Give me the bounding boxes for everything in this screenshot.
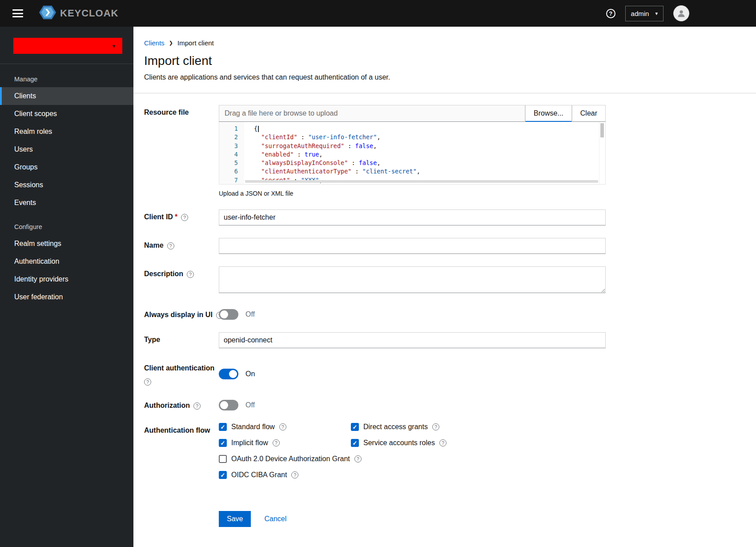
- checkbox-checked-icon[interactable]: ✓: [351, 439, 359, 447]
- toggle-knob: [220, 310, 228, 318]
- checkbox-unchecked-icon[interactable]: [219, 455, 227, 463]
- code-editor-gutter: 1234567: [219, 122, 244, 184]
- help-icon[interactable]: ?: [193, 402, 201, 410]
- vertical-scrollbar[interactable]: [599, 122, 605, 184]
- client-authentication-row: Client authentication ? On: [144, 361, 745, 386]
- person-icon: [676, 8, 686, 18]
- client-authentication-toggle[interactable]: [219, 369, 238, 379]
- realm-selector[interactable]: ▾: [13, 38, 122, 54]
- checkbox-checked-icon[interactable]: ✓: [351, 423, 359, 431]
- code-line: "alwaysDisplayInConsole" : false,: [254, 159, 605, 167]
- code-editor[interactable]: 1234567 { "clientId" : "user-info-fetche…: [219, 122, 606, 185]
- topbar-right: ? admin ▾: [606, 5, 689, 21]
- checkbox-label: Direct access grants: [363, 423, 428, 431]
- sidebar-item-realm-roles[interactable]: Realm roles: [0, 123, 133, 141]
- type-row: Type: [144, 332, 745, 348]
- avatar[interactable]: [673, 5, 689, 21]
- browse-button[interactable]: Browse...: [525, 105, 572, 122]
- checkbox-checked-icon[interactable]: ✓: [219, 423, 227, 431]
- cancel-button[interactable]: Cancel: [264, 515, 286, 523]
- checkbox-implicit-flow[interactable]: ✓Implicit flow?: [219, 439, 351, 447]
- brand-text: KEYCLOAK: [60, 8, 118, 19]
- vertical-scrollbar-thumb[interactable]: [600, 123, 604, 137]
- authorization-row: Authorization? Off: [144, 398, 745, 410]
- help-icon[interactable]: ?: [273, 439, 280, 446]
- checkbox-checked-icon[interactable]: ✓: [219, 471, 227, 479]
- toggle-knob: [229, 370, 237, 378]
- checkbox-label: OAuth 2.0 Device Authorization Grant: [231, 455, 350, 463]
- main-content: Clients ❯ Import client Import client Cl…: [133, 27, 756, 547]
- file-upload-input[interactable]: [219, 105, 525, 122]
- name-input[interactable]: [219, 238, 606, 254]
- line-number: 2: [219, 133, 244, 141]
- always-display-state: Off: [245, 310, 255, 318]
- checkbox-label: Service accounts roles: [363, 439, 435, 447]
- client-id-input[interactable]: [219, 209, 606, 225]
- required-asterisk: *: [175, 213, 177, 221]
- page-subtitle: Clients are applications and services th…: [133, 68, 756, 93]
- clear-button[interactable]: Clear: [572, 105, 606, 122]
- import-client-form: Resource file Browse... Clear 1234567 { …: [133, 93, 756, 536]
- line-number: 7: [219, 176, 244, 185]
- breadcrumb-clients-link[interactable]: Clients: [144, 39, 165, 47]
- always-display-row: Always display in UI? Off: [144, 307, 745, 320]
- help-icon[interactable]: ?: [181, 214, 188, 221]
- checkbox-oauth-2-0-device-authorization-grant[interactable]: OAuth 2.0 Device Authorization Grant?: [219, 455, 362, 463]
- code-line: {: [254, 125, 605, 133]
- help-icon[interactable]: ?: [167, 242, 174, 249]
- checkbox-checked-icon[interactable]: ✓: [219, 439, 227, 447]
- checkbox-standard-flow[interactable]: ✓Standard flow?: [219, 423, 351, 431]
- help-icon[interactable]: ?: [354, 455, 362, 463]
- description-input[interactable]: [219, 266, 606, 293]
- checkbox-oidc-ciba-grant[interactable]: ✓OIDC CIBA Grant?: [219, 471, 351, 479]
- realm-selector-area: ▾: [0, 27, 133, 64]
- help-icon[interactable]: ?: [606, 9, 615, 18]
- keycloak-logo[interactable]: KEYCLOAK: [39, 4, 118, 23]
- type-input[interactable]: [219, 332, 606, 348]
- sidebar-item-events[interactable]: Events: [0, 194, 133, 212]
- checkbox-row: OAuth 2.0 Device Authorization Grant?: [219, 455, 606, 463]
- line-number: 4: [219, 150, 244, 159]
- sidebar-item-clients[interactable]: Clients: [0, 87, 133, 105]
- type-label: Type: [144, 336, 160, 343]
- help-icon[interactable]: ?: [187, 271, 194, 278]
- description-label: Description: [144, 270, 183, 278]
- hamburger-menu-icon[interactable]: [12, 9, 23, 17]
- checkbox-row: ✓Implicit flow?✓Service accounts roles?: [219, 439, 606, 447]
- sidebar-item-realm-settings[interactable]: Realm settings: [0, 235, 133, 253]
- authorization-label: Authorization: [144, 402, 190, 409]
- sidebar-item-users[interactable]: Users: [0, 141, 133, 158]
- breadcrumb-separator-icon: ❯: [169, 40, 173, 46]
- help-icon[interactable]: ?: [279, 423, 286, 430]
- sidebar-item-groups[interactable]: Groups: [0, 158, 133, 176]
- sidebar-item-client-scopes[interactable]: Client scopes: [0, 105, 133, 123]
- chevron-down-icon: ▾: [655, 11, 658, 16]
- save-button[interactable]: Save: [219, 511, 251, 527]
- help-icon[interactable]: ?: [144, 378, 151, 386]
- help-icon[interactable]: ?: [432, 423, 439, 430]
- horizontal-scrollbar-thumb[interactable]: [245, 180, 598, 183]
- sidebar-item-user-federation[interactable]: User federation: [0, 288, 133, 306]
- toggle-knob: [220, 401, 228, 409]
- sidebar-item-authentication[interactable]: Authentication: [0, 253, 133, 270]
- description-row: Description?: [144, 266, 745, 295]
- user-menu-dropdown[interactable]: admin ▾: [625, 6, 664, 21]
- sidebar-item-identity-providers[interactable]: Identity providers: [0, 270, 133, 288]
- chevron-down-icon: ▾: [112, 43, 115, 49]
- always-display-toggle[interactable]: [219, 309, 238, 320]
- breadcrumb-current: Import client: [177, 39, 214, 47]
- checkbox-label: Standard flow: [231, 423, 275, 431]
- code-editor-content[interactable]: { "clientId" : "user-info-fetcher", "sur…: [244, 122, 605, 184]
- checkbox-label: Implicit flow: [231, 439, 268, 447]
- sidebar-section-title: Configure: [0, 212, 133, 235]
- resource-file-row: Resource file Browse... Clear 1234567 { …: [144, 105, 745, 197]
- help-icon[interactable]: ?: [439, 439, 446, 446]
- help-icon[interactable]: ?: [291, 471, 298, 479]
- sidebar-item-sessions[interactable]: Sessions: [0, 176, 133, 194]
- sidebar-section-title: Manage: [0, 64, 133, 87]
- authorization-toggle[interactable]: [219, 400, 238, 410]
- checkbox-label: OIDC CIBA Grant: [231, 471, 287, 479]
- user-menu-label: admin: [631, 10, 649, 17]
- checkbox-service-accounts-roles[interactable]: ✓Service accounts roles?: [351, 439, 446, 447]
- checkbox-direct-access-grants[interactable]: ✓Direct access grants?: [351, 423, 439, 431]
